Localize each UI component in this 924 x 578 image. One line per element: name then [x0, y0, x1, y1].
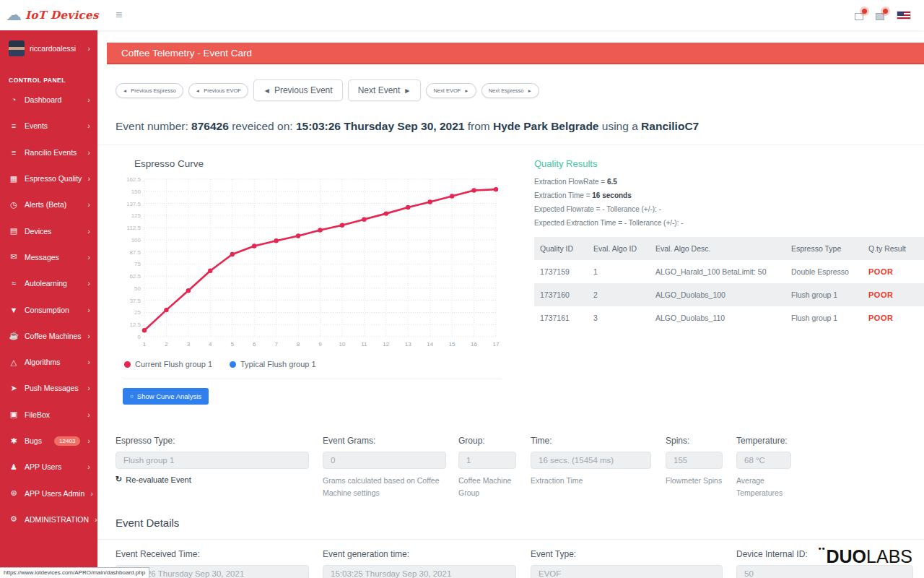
- next-arrow-icon: ►: [527, 88, 531, 93]
- coffee-machines-icon: ☕: [9, 331, 19, 340]
- field-help: Flowmeter Spins: [666, 475, 723, 487]
- table-row[interactable]: 17371602ALGO_Duolabs_100Flush group 1POO…: [534, 283, 924, 306]
- spins-input[interactable]: 155: [666, 452, 723, 469]
- col-quality-id: Quality ID: [534, 237, 588, 260]
- top-navbar: ☁ IoT Devices ≡: [0, 0, 924, 30]
- sidebar-item-label: APP Users: [25, 462, 82, 471]
- chevron-right-icon: ›: [87, 174, 90, 183]
- svg-text:25: 25: [134, 309, 141, 316]
- svg-text:9: 9: [318, 341, 322, 348]
- svg-text:0: 0: [138, 334, 141, 340]
- svg-text:12.5: 12.5: [129, 322, 141, 328]
- sidebar-item-consumption[interactable]: ▼ Consumption ›: [0, 296, 97, 322]
- quality-result-badge: POOR: [863, 283, 924, 306]
- chevron-right-icon: ›: [87, 200, 90, 209]
- button-label: Next Event: [358, 85, 401, 95]
- main-content: Coffee Telemetry - Event Card ◄Previous …: [97, 30, 924, 578]
- legend-item-typical-flush-group-1[interactable]: Typical Flush group 1: [230, 360, 316, 368]
- sidebar-item-dashboard[interactable]: ◔ Dashboard ›: [0, 87, 97, 113]
- notification-bell-icon[interactable]: [855, 11, 866, 20]
- username: riccardoalessi: [30, 44, 82, 53]
- sidebar-item-rancilio-events[interactable]: ≡ Rancilio Events ›: [0, 139, 97, 165]
- autolearning-icon: ≈: [9, 279, 19, 288]
- sidebar-item-espresso-quality[interactable]: ▦ Espresso Quality ›: [0, 165, 97, 191]
- sidebar-item-autolearning[interactable]: ≈ Autolearning ›: [0, 270, 97, 296]
- group-input[interactable]: 1: [458, 452, 516, 469]
- svg-text:11: 11: [361, 341, 367, 348]
- event-generation-time-input[interactable]: 15:03:25 Thursday Sep 30, 2021: [323, 565, 516, 578]
- espresso-type-input[interactable]: Flush group 1: [116, 452, 309, 469]
- app-logo[interactable]: ☁ IoT Devices: [0, 7, 107, 23]
- col-espresso-type: Espresso Type: [785, 237, 863, 260]
- sidebar-item-alerts-beta[interactable]: ◷ Alerts (Beta) ›: [0, 191, 97, 217]
- sidebar-item-administration[interactable]: ⚙ ADMINISTRATION ›: [0, 506, 97, 532]
- quality-results-panel: Quality Results Extraction FlowRate = 6.…: [502, 154, 924, 402]
- legend-dot: [230, 361, 236, 368]
- bugs-icon: ✱: [9, 436, 19, 446]
- previous-evof-button[interactable]: ◄Previous EVOF: [188, 83, 248, 98]
- duolabs-watermark: ••DUOLABS: [819, 544, 912, 567]
- chevron-right-icon: ›: [87, 148, 90, 157]
- sidebar-item-label: Rancilio Events: [25, 148, 82, 157]
- hamburger-menu-icon[interactable]: ≡: [116, 9, 122, 22]
- svg-text:14: 14: [427, 341, 433, 348]
- next-event-button[interactable]: Next Event►: [348, 79, 422, 101]
- sidebar-menu: ◔ Dashboard › ≡ Events › ≡ Rancilio Even…: [0, 87, 97, 532]
- administration-icon: ⚙: [9, 514, 19, 524]
- flag-canton: [897, 12, 904, 16]
- field-label: Event Grams:: [323, 436, 446, 446]
- next-evof-button[interactable]: Next EVOF►: [426, 83, 476, 98]
- sidebar-item-label: Consumption: [25, 306, 82, 314]
- legend-item-current-flush-group-1[interactable]: Current Flush group 1: [124, 360, 212, 368]
- chevron-right-icon: ›: [87, 332, 90, 340]
- quality-line: Extraction FlowRate = 6.5: [534, 178, 924, 186]
- next-espresso-button[interactable]: Next Espresso►: [481, 83, 539, 98]
- sidebar-item-label: Messages: [25, 253, 82, 262]
- divider: [97, 539, 924, 540]
- next-arrow-icon: ►: [464, 88, 468, 93]
- button-label: Next Espresso: [489, 87, 524, 94]
- sidebar-item-coffee-machines[interactable]: ☕ Coffee Machines ›: [0, 323, 97, 349]
- us-flag-icon[interactable]: [897, 11, 911, 20]
- sidebar-item-bugs[interactable]: ✱ Bugs 12403 ›: [0, 428, 97, 454]
- sidebar-user[interactable]: riccardoalessi ›: [0, 30, 97, 64]
- rancilio-events-icon: ≡: [9, 148, 19, 157]
- time-input[interactable]: 16 secs. (15454 ms): [531, 452, 651, 469]
- svg-text:1: 1: [143, 341, 147, 348]
- svg-text:7: 7: [274, 341, 278, 348]
- show-curve-analysis-button[interactable]: ○ Show Curve Analysis: [123, 388, 209, 405]
- event-grams-input[interactable]: 0: [323, 452, 446, 469]
- sidebar-item-algorithms[interactable]: △ Algorithms ›: [0, 349, 97, 375]
- previous-espresso-button[interactable]: ◄Previous Espresso: [116, 83, 183, 98]
- sidebar-item-events[interactable]: ≡ Events ›: [0, 113, 97, 139]
- table-row[interactable]: 17371613ALGO_Duolabs_110Flush group 1POO…: [534, 306, 924, 329]
- chevron-right-icon: ›: [87, 95, 90, 104]
- quality-summary-lines: Extraction FlowRate = 6.5Extraction Time…: [534, 178, 924, 227]
- status-bar: https://www.iotdevices.com/APRO/main/das…: [0, 567, 149, 578]
- temperature-input[interactable]: 68 °C: [736, 452, 791, 469]
- sidebar-item-devices[interactable]: ▤ Devices ›: [0, 217, 97, 243]
- field-label: Spins:: [666, 436, 723, 446]
- field-help: Coffee Machine Group: [458, 475, 516, 499]
- sidebar-item-app-users[interactable]: ♟ APP Users ›: [0, 454, 97, 480]
- logo-text: IoT Devices: [25, 9, 99, 22]
- legend-dot: [124, 361, 131, 368]
- sidebar-item-filebox[interactable]: ▣ FileBox ›: [0, 402, 97, 428]
- previous-event-button[interactable]: ◄Previous Event: [253, 79, 343, 101]
- sidebar-item-messages[interactable]: ✉ Messages ›: [0, 244, 97, 270]
- prev-arrow-icon: ◄: [123, 88, 127, 93]
- field-label: Time:: [531, 436, 651, 446]
- push-messages-icon: ➤: [9, 384, 19, 393]
- event-type-input[interactable]: EVOF: [531, 565, 723, 578]
- notification-message-icon[interactable]: [876, 11, 886, 20]
- sidebar-item-label: Autolearning: [25, 279, 82, 288]
- chevron-right-icon: ›: [87, 121, 90, 130]
- broken-image-icon: [876, 13, 884, 20]
- svg-text:10: 10: [339, 341, 345, 348]
- field-label: Event generation time:: [323, 549, 516, 559]
- svg-text:162.5: 162.5: [126, 176, 141, 183]
- re-evaluate-event-link[interactable]: ↻Re-evaluate Event: [116, 475, 309, 484]
- table-row[interactable]: 17371591ALGO_Harald_100 BetaLimit: 50Dou…: [534, 260, 924, 283]
- sidebar-item-app-users-admin[interactable]: ⊕ APP Users Admin ›: [0, 480, 97, 506]
- sidebar-item-push-messages[interactable]: ➤ Push Messages ›: [0, 375, 97, 401]
